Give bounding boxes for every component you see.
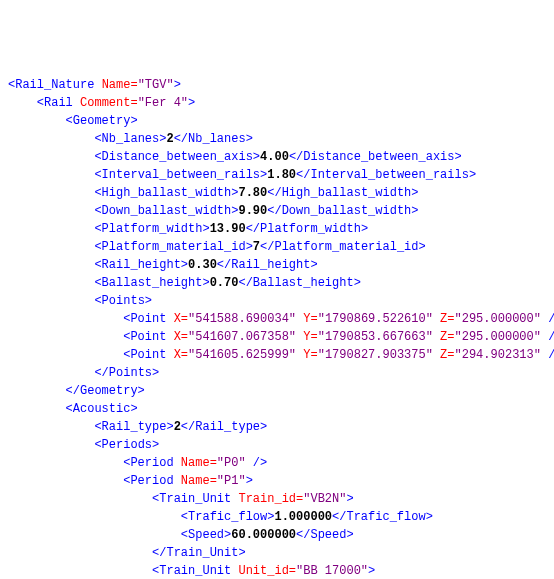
xml-element-nb_lanes: <Nb_lanes>2</Nb_lanes> [8, 130, 546, 148]
xml-element-high_ballast_width: <High_ballast_width>7.80</High_ballast_w… [8, 184, 546, 202]
xml-open-periods: <Periods> [8, 436, 546, 454]
xml-element-speed: <Speed>60.000000</Speed> [8, 526, 546, 544]
xml-element-rail_height: <Rail_height>0.30</Rail_height> [8, 256, 546, 274]
xml-open-point: <Point X="541605.625999" Y="1790827.9033… [8, 346, 546, 364]
xml-element-distance_between_axis: <Distance_between_axis>4.00</Distance_be… [8, 148, 546, 166]
xml-open-geometry: <Geometry> [8, 112, 546, 130]
xml-open-points: <Points> [8, 292, 546, 310]
xml-close-points: </Points> [8, 364, 546, 382]
xml-element-trafic_flow: <Trafic_flow>1.000000</Trafic_flow> [8, 508, 546, 526]
xml-close-geometry: </Geometry> [8, 382, 546, 400]
xml-open-point: <Point X="541607.067358" Y="1790853.6676… [8, 328, 546, 346]
xml-open-point: <Point X="541588.690034" Y="1790869.5226… [8, 310, 546, 328]
xml-open-period: <Period Name="P1"> [8, 472, 546, 490]
xml-element-interval_between_rails: <Interval_between_rails>1.80</Interval_b… [8, 166, 546, 184]
xml-element-ballast_height: <Ballast_height>0.70</Ballast_height> [8, 274, 546, 292]
xml-close-train_unit: </Train_Unit> [8, 544, 546, 562]
xml-element-rail_type: <Rail_type>2</Rail_type> [8, 418, 546, 436]
xml-open-rail: <Rail Comment="Fer 4"> [8, 94, 546, 112]
xml-open-acoustic: <Acoustic> [8, 400, 546, 418]
xml-open-period: <Period Name="P0" /> [8, 454, 546, 472]
xml-open-rail_nature: <Rail_Nature Name="TGV"> [8, 76, 546, 94]
xml-code-block: <Rail_Nature Name="TGV"> <Rail Comment="… [8, 76, 546, 579]
xml-element-platform_material_id: <Platform_material_id>7</Platform_materi… [8, 238, 546, 256]
xml-element-platform_width: <Platform_width>13.90</Platform_width> [8, 220, 546, 238]
xml-open-train_unit: <Train_Unit Unit_id="BB 17000"> [8, 562, 546, 579]
xml-open-train_unit: <Train_Unit Train_id="VB2N"> [8, 490, 546, 508]
xml-element-down_ballast_width: <Down_ballast_width>9.90</Down_ballast_w… [8, 202, 546, 220]
